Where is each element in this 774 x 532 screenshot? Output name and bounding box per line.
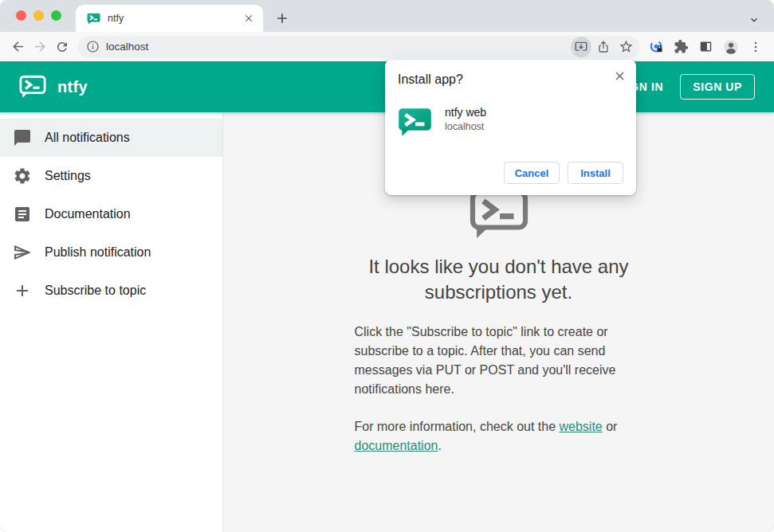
- dialog-close-icon[interactable]: [611, 68, 627, 84]
- paragraph-text: or: [603, 420, 618, 433]
- install-button[interactable]: Install: [568, 162, 623, 184]
- ntfy-app-icon: [398, 105, 432, 139]
- send-icon: [13, 243, 32, 262]
- tab-close-icon[interactable]: [242, 12, 255, 25]
- sidebar-item-all-notifications[interactable]: All notifications: [0, 119, 222, 157]
- empty-state-paragraph: Click the "Subscribe to topic" link to c…: [355, 323, 643, 399]
- cancel-button[interactable]: Cancel: [504, 162, 560, 184]
- traffic-lights: [16, 10, 61, 21]
- window-zoom-button[interactable]: [51, 10, 61, 21]
- sidebar-item-label: Documentation: [45, 207, 131, 221]
- sidebar-item-documentation[interactable]: Documentation: [0, 195, 222, 233]
- page-info-icon[interactable]: [86, 40, 100, 53]
- browser-window: ntfy localhost: [0, 0, 774, 532]
- paragraph-text: For more information, check out the: [355, 420, 560, 433]
- app-title: ntfy: [57, 78, 88, 96]
- window-close-button[interactable]: [16, 10, 26, 21]
- privacy-extension-icon[interactable]: [646, 36, 667, 57]
- tab-search-chevron-icon[interactable]: [748, 14, 760, 25]
- dialog-app-row: ntfy web localhost: [398, 105, 623, 139]
- sidebar-navigation: All notifications Settings Documentation…: [0, 112, 223, 532]
- ntfy-favicon-icon: [87, 12, 100, 25]
- new-tab-button[interactable]: [274, 10, 290, 26]
- share-icon[interactable]: [593, 37, 614, 57]
- sidebar-item-label: Settings: [45, 169, 91, 183]
- tab-title: ntfy: [108, 13, 242, 24]
- browser-menu-icon[interactable]: [745, 36, 766, 57]
- article-icon: [13, 205, 32, 224]
- dialog-title: Install app?: [398, 72, 623, 87]
- paragraph-text: .: [438, 439, 441, 452]
- ntfy-logo-icon: [19, 75, 46, 99]
- sidebar-item-publish-notification[interactable]: Publish notification: [0, 233, 222, 272]
- ntfy-empty-logo-icon: [461, 189, 537, 240]
- dialog-app-name: ntfy web: [445, 106, 486, 119]
- website-link[interactable]: website: [560, 420, 603, 433]
- browser-toolbar: localhost: [0, 32, 774, 61]
- address-bar[interactable]: localhost: [78, 36, 639, 58]
- reload-button[interactable]: [51, 36, 73, 58]
- profile-avatar-icon[interactable]: [720, 36, 741, 57]
- gear-icon: [13, 166, 32, 186]
- empty-state-heading: It looks like you don't have any subscri…: [355, 254, 643, 305]
- toolbar-right-icons: [646, 36, 766, 57]
- empty-state: It looks like you don't have any subscri…: [355, 189, 643, 456]
- sidebar-item-label: Publish notification: [45, 245, 151, 260]
- plus-icon: [13, 281, 32, 300]
- sign-up-button[interactable]: SIGN UP: [680, 74, 755, 100]
- sidebar-item-subscribe-to-topic[interactable]: Subscribe to topic: [0, 272, 222, 310]
- sidebar-item-label: Subscribe to topic: [45, 284, 146, 298]
- sidebar-item-label: All notifications: [45, 131, 130, 145]
- tab-strip: ntfy: [0, 0, 774, 32]
- sidebar-item-settings[interactable]: Settings: [0, 157, 222, 195]
- url-text[interactable]: localhost: [106, 41, 569, 53]
- window-minimize-button[interactable]: [33, 10, 44, 21]
- empty-state-links-paragraph: For more information, check out the webs…: [355, 417, 643, 456]
- back-button[interactable]: [6, 36, 29, 58]
- browser-tab[interactable]: ntfy: [76, 5, 263, 32]
- install-app-dialog: Install app? ntfy web localhost Cancel I…: [385, 60, 636, 195]
- documentation-link[interactable]: documentation: [355, 439, 438, 452]
- install-app-icon[interactable]: [571, 37, 591, 57]
- forward-button[interactable]: [29, 36, 51, 58]
- chat-bubble-icon: [13, 128, 32, 147]
- dialog-app-origin: localhost: [445, 121, 486, 132]
- side-panel-icon[interactable]: [695, 36, 717, 57]
- bookmark-star-icon[interactable]: [615, 37, 636, 57]
- extensions-puzzle-icon[interactable]: [670, 36, 692, 57]
